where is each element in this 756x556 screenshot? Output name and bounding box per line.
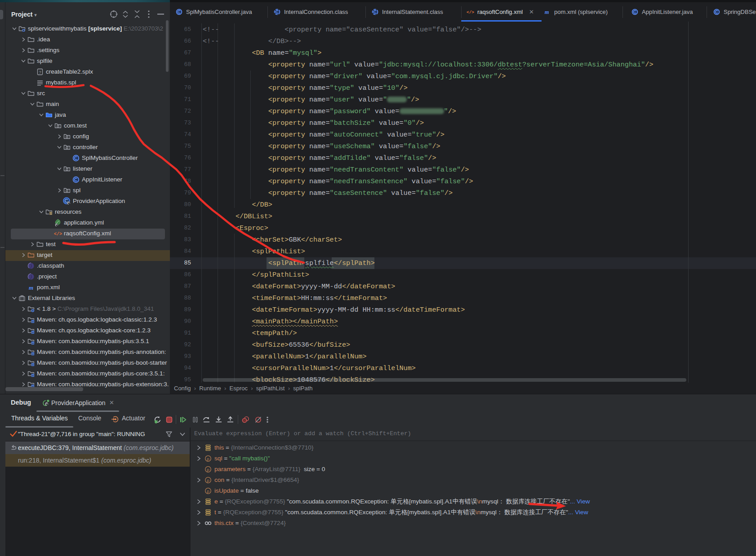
svg-text:m: m <box>545 9 549 15</box>
svg-text:p: p <box>207 456 209 461</box>
svg-text:p: p <box>207 478 209 483</box>
svg-text:</>: </> <box>467 10 474 15</box>
svg-text:p: p <box>207 489 209 494</box>
svg-text:p: p <box>207 467 209 472</box>
svg-text:m: m <box>29 284 33 291</box>
svg-text:?: ? <box>39 70 41 75</box>
svg-text:</>: </> <box>54 232 62 237</box>
